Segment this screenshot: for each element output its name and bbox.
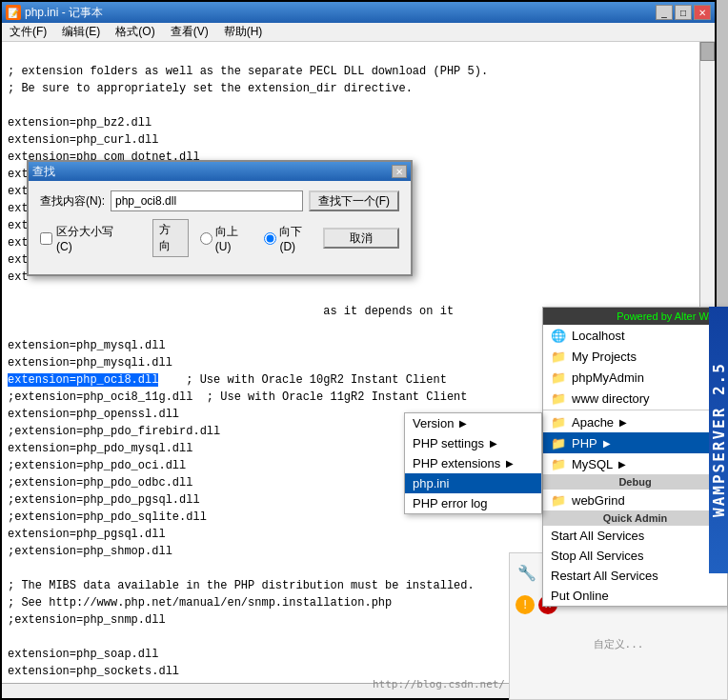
content-line-oci8: extension=php_oci8.dll ; Use with Oracle…	[8, 373, 447, 387]
direction-group: 方向 向上(U) 向下(D)	[152, 219, 317, 257]
webgrind-icon: 📁	[551, 492, 566, 508]
wamp-www-directory[interactable]: 📁 www directory	[543, 388, 727, 409]
submenu-php-ini[interactable]: php.ini	[405, 473, 541, 493]
tray-orange-circle[interactable]: !	[516, 595, 535, 614]
submenu-php-settings-label: PHP settings	[413, 436, 484, 450]
content-line-3: extension=php_bz2.dll	[8, 116, 152, 130]
submenu-php-ini-label: php.ini	[413, 476, 449, 490]
wamp-www-directory-label: www directory	[572, 391, 650, 406]
wamp-mysql[interactable]: 📁 MySQL	[543, 453, 727, 474]
content-line-snmp-url: ; See http://www.php.net/manual/en/snmp.…	[8, 596, 392, 610]
menu-edit[interactable]: 编辑(E)	[54, 22, 108, 42]
wamp-apache-label: Apache	[572, 415, 614, 430]
tray-icon-1[interactable]: 🔧	[516, 561, 538, 584]
content-line-1: ; extension folders as well as the separ…	[8, 65, 488, 78]
wamp-phpmyadmin-label: phpMyAdmin	[572, 370, 644, 385]
wamp-banner-text: WAMPSERVER 2.5	[710, 363, 728, 518]
notepad-icon: 📝	[6, 5, 21, 20]
radio-down-label: 向下(D)	[264, 224, 317, 253]
find-next-button[interactable]: 查找下一个(F)	[309, 190, 399, 211]
wamp-start-all[interactable]: Start All Services	[543, 526, 727, 546]
wamp-webgrind[interactable]: 📁 webGrind	[543, 490, 727, 510]
db-icon: 📁	[551, 370, 566, 385]
wamp-webgrind-label: webGrind	[572, 493, 625, 508]
menu-file[interactable]: 文件(F)	[2, 22, 54, 42]
tray-customize-text[interactable]: 自定义...	[510, 618, 727, 670]
wamp-my-projects-label: My Projects	[572, 350, 637, 364]
wamp-apache[interactable]: 📁 Apache	[543, 411, 727, 432]
mysql-icon: 📁	[551, 456, 566, 471]
wamp-stop-all[interactable]: Stop All Services	[543, 546, 727, 566]
case-sensitive-row: 区分大小写(C)	[40, 224, 128, 253]
direction-label: 方向	[152, 219, 189, 257]
wamp-php[interactable]: 📁 PHP	[543, 432, 727, 453]
watermark: http://blog.csdn.net/	[373, 678, 505, 690]
wamp-stop-all-label: Stop All Services	[551, 549, 644, 563]
find-close-button[interactable]: ✕	[392, 165, 407, 178]
globe-icon: 🌐	[551, 328, 566, 343]
window-title: php.ini - 记事本	[25, 5, 103, 21]
radio-down[interactable]	[264, 232, 276, 245]
case-sensitive-checkbox[interactable]	[40, 232, 52, 245]
submenu-php-extensions-label: PHP extensions	[413, 456, 500, 470]
content-line-pgsql: extension=php_pgsql.dll	[8, 528, 166, 541]
content-line-snmp: ;extension=php_snmp.dll	[8, 613, 166, 627]
debug-header: Debug	[543, 474, 727, 490]
content-line-9: ext	[8, 219, 29, 232]
titlebar-left: 📝 php.ini - 记事本	[6, 5, 103, 21]
wamp-my-projects[interactable]: 📁 My Projects	[543, 346, 727, 367]
wamp-localhost-label: Localhost	[572, 329, 625, 343]
folder-icon: 📁	[551, 349, 566, 364]
content-line-7: ext	[8, 185, 29, 198]
submenu-php-error-log-label: PHP error log	[413, 496, 488, 510]
content-line-15: extension=php_mysqli.dll	[8, 356, 172, 370]
cancel-button[interactable]: 取消	[323, 228, 399, 249]
separator-1	[543, 410, 727, 410]
content-line-pdo-firebird: ;extension=php_pdo_firebird.dll	[8, 425, 220, 438]
find-dialog: 查找 ✕ 查找内容(N): 查找下一个(F) 区分大小写(C) 方向 向上(U)	[27, 160, 413, 276]
content-line-8: ext	[8, 202, 29, 215]
radio-up[interactable]	[200, 232, 212, 245]
titlebar: 📝 php.ini - 记事本 _ □ ✕	[2, 2, 715, 23]
submenu-php-extensions[interactable]: PHP extensions	[405, 453, 541, 473]
content-line-oci8-11g: ;extension=php_oci8_11g.dll ; Use with O…	[8, 390, 467, 404]
wamp-panel: Powered by Alter Way 🌐 Localhost 📁 My Pr…	[542, 307, 728, 607]
wamp-restart-all[interactable]: Restart All Services	[543, 566, 727, 586]
content-line-pdo-pgsql: ;extension=php_pdo_pgsql.dll	[8, 493, 200, 507]
wamp-mysql-label: MySQL	[572, 457, 613, 471]
menu-format[interactable]: 格式(O)	[108, 22, 162, 42]
wamp-php-label: PHP	[572, 436, 597, 450]
scroll-thumb-v[interactable]	[700, 42, 715, 61]
wamp-localhost[interactable]: 🌐 Localhost	[543, 325, 727, 346]
wamp-side-banner: WAMPSERVER 2.5	[709, 307, 728, 573]
menu-view[interactable]: 查看(V)	[163, 22, 216, 42]
submenu-version[interactable]: Version	[405, 413, 541, 433]
submenu-version-label: Version	[413, 416, 454, 430]
content-line-pdo-sqlite: ;extension=php_pdo_sqlite.dll	[8, 510, 207, 524]
submenu-php-error-log[interactable]: PHP error log	[405, 493, 541, 513]
wamp-start-all-label: Start All Services	[551, 529, 644, 543]
minimize-button[interactable]: _	[656, 5, 673, 20]
content-line-2: ; Be sure to appropriately set the exten…	[8, 82, 413, 95]
find-search-input[interactable]	[111, 190, 303, 211]
menubar: 文件(F) 编辑(E) 格式(O) 查看(V) 帮助(H)	[2, 23, 715, 42]
content-line-sockets: extension=php_sockets.dll	[8, 665, 179, 678]
close-button[interactable]: ✕	[694, 5, 711, 20]
find-search-label: 查找内容(N):	[40, 193, 105, 210]
content-line-soap: extension=php_soap.dll	[8, 648, 158, 661]
case-sensitive-label: 区分大小写(C)	[56, 224, 128, 253]
content-line-11: ext	[8, 253, 29, 267]
wamp-put-online[interactable]: Put Online	[543, 586, 727, 606]
wamp-restart-all-label: Restart All Services	[551, 569, 658, 583]
find-titlebar: 查找 ✕	[29, 162, 411, 181]
wamp-phpmyadmin[interactable]: 📁 phpMyAdmin	[543, 367, 727, 388]
direction-radios: 向上(U) 向下(D)	[200, 224, 317, 253]
submenu-php-settings[interactable]: PHP settings	[405, 433, 541, 453]
find-dialog-title: 查找	[32, 164, 55, 180]
maximize-button[interactable]: □	[675, 5, 692, 20]
php-icon: 📁	[551, 435, 566, 450]
content-line-shmop: ;extension=php_shmop.dll	[8, 545, 172, 558]
apache-icon: 📁	[551, 414, 566, 430]
wamp-php-submenu: Version PHP settings PHP extensions php.…	[404, 412, 542, 514]
menu-help[interactable]: 帮助(H)	[216, 22, 271, 42]
